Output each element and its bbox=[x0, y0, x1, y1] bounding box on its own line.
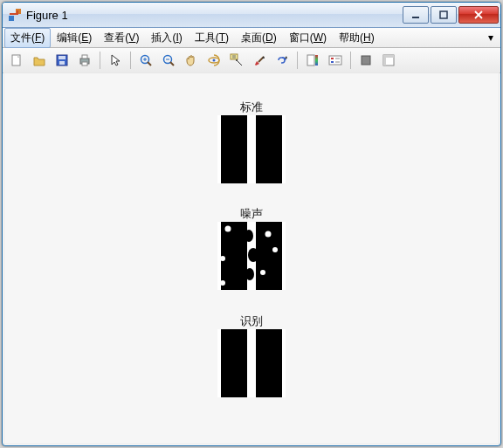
svg-marker-28 bbox=[285, 56, 287, 59]
legend-icon[interactable] bbox=[325, 50, 346, 71]
svg-point-52 bbox=[245, 230, 253, 242]
minimize-button[interactable] bbox=[403, 6, 429, 24]
svg-rect-57 bbox=[256, 329, 282, 397]
svg-point-47 bbox=[220, 256, 225, 261]
svg-rect-41 bbox=[221, 115, 247, 183]
zoom-out-icon[interactable] bbox=[158, 50, 179, 71]
svg-rect-7 bbox=[59, 56, 65, 59]
toolbar-separator bbox=[297, 52, 298, 69]
svg-rect-29 bbox=[307, 55, 314, 65]
svg-rect-36 bbox=[362, 56, 370, 65]
toolbar-separator bbox=[350, 52, 351, 69]
menu-help[interactable]: 帮助(H) bbox=[333, 28, 381, 48]
svg-rect-42 bbox=[256, 115, 282, 183]
svg-rect-1 bbox=[9, 16, 14, 21]
subplot-2-image bbox=[217, 222, 286, 290]
svg-rect-21 bbox=[231, 54, 238, 59]
matlab-figure-icon bbox=[8, 8, 22, 22]
svg-rect-3 bbox=[440, 11, 447, 18]
rotate-3d-icon[interactable] bbox=[203, 50, 224, 71]
svg-rect-10 bbox=[82, 55, 87, 59]
svg-point-50 bbox=[272, 247, 278, 252]
svg-rect-11 bbox=[82, 62, 87, 65]
svg-line-13 bbox=[148, 62, 151, 65]
svg-point-20 bbox=[213, 59, 216, 62]
menu-file[interactable]: 文件(F) bbox=[4, 28, 51, 48]
pan-icon[interactable] bbox=[181, 50, 202, 71]
subplot-2-title: 噪声 bbox=[240, 206, 263, 222]
title-bar: Figure 1 bbox=[3, 3, 500, 28]
svg-rect-2 bbox=[412, 17, 419, 18]
menu-edit[interactable]: 编辑(E) bbox=[51, 28, 98, 48]
print-icon[interactable] bbox=[74, 50, 95, 71]
figure-window: Figure 1 文件(F) 编辑(E) 查看(V) 插入(I) 工具(T) 桌… bbox=[2, 2, 501, 446]
toolbar-separator bbox=[130, 52, 131, 69]
menu-overflow-icon[interactable]: ▾ bbox=[483, 31, 499, 44]
svg-point-48 bbox=[220, 280, 225, 286]
show-plot-tools-icon[interactable] bbox=[378, 50, 399, 71]
menu-desktop[interactable]: 桌面(D) bbox=[235, 28, 283, 48]
svg-point-54 bbox=[245, 268, 254, 280]
window-title: Figure 1 bbox=[26, 9, 401, 22]
svg-rect-31 bbox=[329, 56, 341, 65]
save-icon[interactable] bbox=[52, 50, 72, 71]
subplot-3-image bbox=[217, 329, 286, 397]
data-cursor-icon[interactable] bbox=[226, 50, 247, 71]
menu-view[interactable]: 查看(V) bbox=[98, 28, 145, 48]
svg-line-24 bbox=[237, 60, 242, 65]
figure-canvas: 标准 噪声 识别 bbox=[3, 72, 500, 445]
svg-point-51 bbox=[260, 270, 265, 275]
svg-rect-44 bbox=[221, 222, 247, 290]
pointer-icon[interactable] bbox=[105, 50, 126, 71]
svg-line-17 bbox=[170, 62, 174, 65]
subplot-3-title: 识别 bbox=[240, 314, 263, 329]
menu-bar: 文件(F) 编辑(E) 查看(V) 插入(I) 工具(T) 桌面(D) 窗口(W… bbox=[3, 28, 500, 48]
svg-rect-30 bbox=[315, 55, 318, 65]
svg-point-53 bbox=[248, 248, 258, 262]
link-plots-icon[interactable] bbox=[272, 50, 293, 71]
toolbar bbox=[3, 48, 500, 73]
zoom-in-icon[interactable] bbox=[135, 50, 156, 71]
svg-point-49 bbox=[265, 231, 272, 238]
menu-tools[interactable]: 工具(T) bbox=[189, 28, 235, 48]
svg-rect-56 bbox=[221, 329, 247, 397]
menu-insert[interactable]: 插入(I) bbox=[145, 28, 188, 48]
toolbar-separator bbox=[100, 52, 100, 69]
colorbar-icon[interactable] bbox=[302, 50, 323, 71]
subplot-1-image bbox=[217, 115, 286, 183]
svg-rect-8 bbox=[59, 61, 65, 65]
menu-window[interactable]: 窗口(W) bbox=[283, 28, 333, 48]
close-button[interactable] bbox=[458, 6, 499, 24]
open-folder-icon[interactable] bbox=[29, 50, 50, 71]
subplot-1-title: 标准 bbox=[240, 100, 263, 115]
maximize-button[interactable] bbox=[431, 6, 457, 24]
svg-point-25 bbox=[236, 59, 238, 61]
svg-point-46 bbox=[225, 226, 231, 232]
new-file-icon[interactable] bbox=[6, 50, 27, 71]
hide-plot-tools-icon[interactable] bbox=[355, 50, 376, 71]
svg-rect-39 bbox=[383, 55, 394, 58]
brush-icon[interactable] bbox=[249, 50, 270, 71]
